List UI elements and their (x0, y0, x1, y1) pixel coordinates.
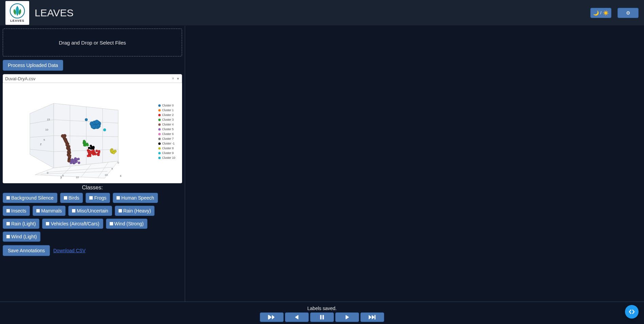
svg-marker-172 (369, 315, 371, 319)
legend-color-dot (158, 133, 161, 135)
svg-point-103 (86, 144, 89, 146)
legend-label: Cluster 10 (162, 156, 175, 159)
theme-toggle-button[interactable]: 🌙 / ☀️ (590, 8, 611, 18)
legend-color-dot (158, 109, 161, 112)
legend-item[interactable]: Cluster 1 (158, 108, 175, 112)
process-button[interactable]: Process Uploaded Data (3, 60, 63, 71)
class-label: Frogs (94, 195, 106, 201)
svg-point-47 (85, 118, 88, 121)
svg-marker-173 (372, 315, 374, 319)
class-button[interactable]: Human Speech (113, 193, 158, 203)
skip-forward-button[interactable] (360, 312, 384, 322)
chevrons-icon (628, 308, 635, 315)
class-button[interactable]: Mammals (33, 206, 66, 216)
class-button[interactable]: Frogs (86, 193, 110, 203)
leaves-logo-icon (10, 3, 25, 19)
save-annotations-button[interactable]: Save Annotations (3, 245, 50, 256)
header-right: 🌙 / ☀️ ⚙ (590, 8, 639, 18)
legend-item[interactable]: Cluster 10 (158, 156, 175, 160)
class-button[interactable]: Background Silence (3, 193, 57, 203)
class-button[interactable]: Wind (Light) (3, 232, 40, 242)
class-label: Mammals (41, 208, 62, 214)
legend-color-dot (158, 119, 161, 121)
svg-marker-171 (346, 315, 349, 319)
sun-icon: ☀️ (603, 10, 609, 16)
legend-label: Cluster 5 (162, 128, 174, 131)
header-left: LEAVES LEAVES (5, 1, 74, 25)
main-area: Drag and Drop or Select Files Process Up… (0, 26, 644, 302)
class-button[interactable]: Insects (3, 206, 30, 216)
class-button[interactable]: Birds (60, 193, 83, 203)
legend-item[interactable]: Cluster 6 (158, 132, 175, 136)
legend-item[interactable]: Cluster 0 (158, 103, 175, 107)
gear-icon: ⚙ (626, 10, 630, 16)
legend-item[interactable]: Cluster 4 (158, 122, 175, 126)
svg-point-164 (112, 151, 115, 154)
legend-item[interactable]: Cluster 7 (158, 137, 175, 141)
legend-color-dot (158, 128, 161, 131)
svg-point-108 (89, 147, 91, 149)
footer: Labels saved. (0, 302, 644, 324)
chart-legend[interactable]: Cluster 0Cluster 1Cluster 2Cluster 3Clus… (158, 103, 175, 160)
chevron-down-icon[interactable]: ▼ (176, 77, 180, 81)
legend-color-dot (158, 123, 161, 126)
class-button[interactable]: Vehicles (Aircraft/Cars) (42, 219, 103, 229)
class-button[interactable]: Rain (Light) (3, 219, 39, 229)
clear-selection-icon[interactable]: × (172, 76, 174, 81)
slash-sep: / (600, 11, 601, 15)
svg-point-135 (97, 153, 99, 156)
legend-item[interactable]: Cluster 3 (158, 118, 175, 122)
stop-icon (72, 209, 75, 212)
settings-button[interactable]: ⚙ (618, 8, 639, 18)
panel-toggle-button[interactable] (625, 305, 639, 319)
svg-point-113 (92, 146, 94, 148)
svg-point-134 (89, 155, 91, 157)
legend-item[interactable]: Cluster 9 (158, 151, 175, 155)
download-csv-link[interactable]: Download CSV (53, 248, 86, 253)
legend-label: Cluster 8 (162, 147, 174, 150)
legend-label: Cluster 6 (162, 133, 174, 136)
stop-icon (89, 196, 93, 200)
stop-icon (119, 209, 122, 212)
svg-point-109 (90, 145, 92, 147)
skip-back-button[interactable] (260, 312, 284, 322)
prev-button[interactable] (285, 312, 309, 322)
class-button[interactable]: Wind (Strong) (106, 219, 147, 229)
svg-point-156 (72, 161, 74, 164)
legend-item[interactable]: Cluster 2 (158, 113, 175, 117)
legend-label: Cluster 9 (162, 152, 174, 155)
stop-icon (117, 196, 120, 200)
class-button[interactable]: Misc/Uncertain (68, 206, 112, 216)
svg-point-154 (74, 161, 76, 164)
svg-point-149 (75, 158, 77, 160)
legend-item[interactable]: Cluster -1 (158, 141, 175, 146)
cluster-3d-plot[interactable]: 1510505100510 z y x Cluster 0Cluster 1Cl… (3, 83, 182, 183)
legend-color-dot (158, 114, 161, 116)
stop-icon (6, 209, 10, 212)
legend-color-dot (158, 138, 161, 140)
legend-item[interactable]: Cluster 5 (158, 127, 175, 131)
stop-icon (110, 222, 113, 225)
pause-button[interactable] (310, 312, 334, 322)
file-dropzone[interactable]: Drag and Drop or Select Files (3, 29, 182, 56)
class-label: Rain (Heavy) (123, 208, 151, 214)
legend-label: Cluster 0 (162, 104, 174, 107)
dropzone-label: Drag and Drop or Select Files (59, 40, 126, 46)
app-header: LEAVES LEAVES 🌙 / ☀️ ⚙ (0, 0, 644, 26)
svg-point-46 (97, 124, 100, 127)
legend-item[interactable]: Cluster 8 (158, 146, 175, 150)
stop-icon (46, 222, 49, 225)
svg-point-136 (92, 153, 94, 155)
stop-icon (6, 222, 10, 225)
stop-icon (36, 209, 40, 212)
stop-icon (64, 196, 67, 200)
class-button-grid: Background SilenceBirdsFrogsHuman Speech… (3, 193, 182, 242)
next-button[interactable] (335, 312, 359, 322)
svg-point-102 (84, 144, 86, 147)
file-select-dropdown[interactable]: Duval-DryA.csv × ▼ (3, 74, 182, 83)
z-axis-label: z (40, 142, 42, 146)
class-button[interactable]: Rain (Heavy) (115, 206, 155, 216)
status-message: Labels saved. (307, 306, 337, 311)
svg-text:0: 0 (47, 171, 49, 174)
svg-rect-174 (375, 315, 375, 319)
